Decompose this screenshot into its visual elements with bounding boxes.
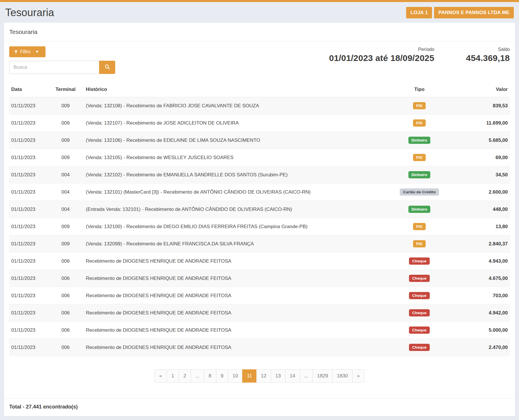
row-type-cell: PIX — [376, 218, 463, 235]
row-terminal: 009 — [48, 235, 84, 253]
table-row: 01/11/2023009(Venda: 132106) - Recebimen… — [9, 132, 510, 149]
pagination-page[interactable]: 10 — [228, 369, 243, 383]
row-value: 448,00 — [463, 201, 510, 218]
controls-row: Filtro Período 01/01/2023 até 18/09/2025… — [4, 41, 515, 83]
store-button[interactable]: LOJA 1 — [406, 7, 432, 18]
type-badge: Dinheiro — [408, 137, 431, 144]
table-body: 01/11/2023009(Venda: 132108) - Recebimen… — [9, 97, 510, 356]
table-row: 01/11/2023006Recebimento de DIOGENES HEN… — [9, 304, 510, 322]
row-date: 01/11/2023 — [9, 339, 48, 356]
row-history: (Venda: 132102) - Recebimento de EMANUEL… — [84, 166, 376, 184]
period-label: Período — [329, 47, 434, 52]
period-value: 01/01/2023 até 18/09/2025 — [329, 53, 434, 63]
row-value: 2.840,37 — [463, 235, 510, 253]
row-value: 34,50 — [463, 166, 510, 184]
row-terminal: 006 — [48, 270, 84, 287]
top-accent-strip — [0, 0, 519, 2]
row-history: Recebimento de DIOGENES HENRIQUE DE ANDR… — [84, 270, 376, 287]
tesouraria-card: Tesouraria Filtro Período 01/01/2023 até… — [4, 23, 515, 416]
pagination-page[interactable]: 12 — [256, 369, 271, 383]
pagination-page[interactable]: 1 — [166, 369, 179, 383]
row-type-cell: Cheque — [376, 304, 463, 322]
row-type-cell: Cheque — [376, 322, 463, 339]
column-header-tipo: Tipo — [376, 83, 463, 97]
table-row: 01/11/2023009(Venda: 132100) - Recebimen… — [9, 218, 510, 235]
search-input[interactable] — [9, 61, 99, 74]
type-badge: Cartão de Crédito — [400, 188, 439, 196]
pagination-page[interactable]: 8 — [204, 369, 216, 383]
search-group — [9, 61, 115, 74]
row-type-cell: PIX — [376, 97, 463, 114]
row-terminal: 009 — [48, 132, 84, 149]
row-history: (Venda: 132099) - Recebimento de ELAINE … — [84, 235, 376, 253]
row-type-cell: Cheque — [376, 339, 463, 356]
row-history: (Venda: 132107) - Recebimento de JOSE AD… — [84, 114, 376, 132]
pagination-wrap: «12...891011121314...18291830» — [4, 369, 515, 383]
pagination-page[interactable]: 11 — [242, 369, 257, 383]
pagination-next[interactable]: » — [352, 369, 365, 383]
row-type-cell: Dinheiro — [376, 166, 463, 184]
row-terminal: 006 — [48, 287, 84, 304]
row-type-cell: Cartão de Crédito — [376, 184, 463, 201]
pagination-page[interactable]: 2 — [179, 369, 191, 383]
type-badge: PIX — [413, 240, 426, 247]
table-row: 01/11/2023006Recebimento de DIOGENES HEN… — [9, 270, 510, 287]
table-row: 01/11/2023009(Venda: 132108) - Recebimen… — [9, 97, 510, 114]
row-date: 01/11/2023 — [9, 97, 48, 114]
column-header-valor: Valor — [463, 83, 510, 97]
row-terminal: 006 — [48, 322, 84, 339]
row-history: (Venda: 132100) - Recebimento de DIEGO E… — [84, 218, 376, 235]
pagination-ellipsis: ... — [300, 369, 313, 383]
column-header-data: Data — [9, 83, 48, 97]
table-header-row: Data Terminal Histórico Tipo Valor — [9, 83, 510, 97]
row-value: 839,53 — [463, 97, 510, 114]
row-history: Recebimento de DIOGENES HENRIQUE DE ANDR… — [84, 322, 376, 339]
filter-button[interactable]: Filtro — [9, 46, 46, 57]
saldo-block: Saldo 454.369,18 — [466, 47, 510, 63]
pagination-page[interactable]: 1830 — [332, 369, 353, 383]
table-row: 01/11/2023004(Venda: 132101) (MasterCard… — [9, 184, 510, 201]
row-date: 01/11/2023 — [9, 235, 48, 253]
row-type-cell: Dinheiro — [376, 201, 463, 218]
type-badge: Cheque — [409, 257, 430, 265]
card-footer: Total - 27.441 encontrado(s) — [4, 398, 515, 416]
search-button[interactable] — [99, 61, 115, 74]
table-row: 01/11/2023006Recebimento de DIOGENES HEN… — [9, 287, 510, 304]
company-button[interactable]: PANNOS E PANNOS LTDA ME — [434, 7, 514, 18]
row-history: (Venda: 132108) - Recebimento de FABRICI… — [84, 97, 376, 114]
period-block: Período 01/01/2023 até 18/09/2025 — [329, 47, 434, 63]
chevron-down-icon — [36, 51, 39, 53]
table-row: 01/11/2023006Recebimento de DIOGENES HEN… — [9, 339, 510, 356]
type-badge: Dinheiro — [408, 171, 431, 178]
header-buttons: LOJA 1 PANNOS E PANNOS LTDA ME — [406, 7, 514, 18]
row-date: 01/11/2023 — [9, 132, 48, 149]
row-history: (Venda: 132105) - Recebimento de WESLLEY… — [84, 149, 376, 166]
row-value: 13,80 — [463, 218, 510, 235]
table-row: 01/11/2023004(Entrada Venda: 132101) - R… — [9, 201, 510, 218]
page-header: Tesouraria LOJA 1 PANNOS E PANNOS LTDA M… — [0, 2, 519, 23]
pagination-page[interactable]: 14 — [285, 369, 300, 383]
type-badge: PIX — [413, 102, 426, 109]
row-value: 4.675,00 — [463, 270, 510, 287]
row-value: 5.000,00 — [463, 322, 510, 339]
funnel-icon — [14, 50, 18, 54]
row-history: Recebimento de DIOGENES HENRIQUE DE ANDR… — [84, 339, 376, 356]
pagination-page[interactable]: 9 — [216, 369, 228, 383]
row-date: 01/11/2023 — [9, 253, 48, 270]
row-type-cell: PIX — [376, 114, 463, 132]
transactions-table: Data Terminal Histórico Tipo Valor 01/11… — [9, 83, 510, 356]
pagination-page[interactable]: 13 — [271, 369, 285, 383]
search-icon — [105, 64, 110, 70]
pagination-page[interactable]: 1829 — [312, 369, 333, 383]
row-date: 01/11/2023 — [9, 184, 48, 201]
row-history: (Venda: 132101) (MasterCard [3]) - Receb… — [84, 184, 376, 201]
row-history: Recebimento de DIOGENES HENRIQUE DE ANDR… — [84, 304, 376, 322]
pagination-prev[interactable]: « — [154, 369, 167, 383]
row-date: 01/11/2023 — [9, 322, 48, 339]
row-terminal: 009 — [48, 97, 84, 114]
row-type-cell: Cheque — [376, 287, 463, 304]
type-badge: PIX — [413, 223, 426, 230]
row-history: Recebimento de DIOGENES HENRIQUE DE ANDR… — [84, 253, 376, 270]
row-value: 11.699,00 — [463, 114, 510, 132]
row-value: 4.943,00 — [463, 253, 510, 270]
